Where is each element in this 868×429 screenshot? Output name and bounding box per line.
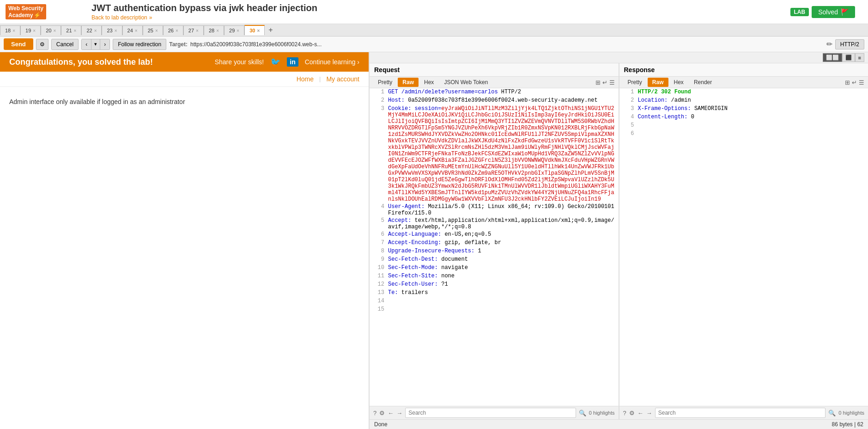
tab-add-button[interactable]: + — [265, 24, 276, 36]
cancel-button[interactable]: Cancel — [51, 39, 79, 50]
tab-28[interactable]: 28× — [204, 25, 224, 35]
table-row: 11Sec-Fetch-Site: none — [370, 272, 619, 281]
request-search-input[interactable] — [405, 408, 576, 418]
table-row: 5Accept: text/html,application/xhtml+xml… — [370, 217, 619, 231]
req-menu-icon[interactable]: ☰ — [609, 79, 615, 86]
tab-26[interactable]: 26× — [163, 25, 183, 35]
continue-link[interactable]: Continue learning › — [305, 58, 359, 66]
table-row: 4Content-Length: 0 — [619, 113, 868, 122]
res-tab-hex[interactable]: Hex — [669, 78, 688, 87]
congrats-banner: Congratulations, you solved the lab! Sha… — [0, 52, 369, 72]
req-grid-icon[interactable]: ⊞ — [595, 79, 601, 86]
status-right: 86 bytes | 62 — [832, 421, 864, 428]
lab-nav: Home | My account — [0, 72, 369, 87]
res-wrap-icon[interactable]: ↵ — [852, 79, 857, 86]
share-text: Share your skills! — [215, 58, 264, 66]
twitter-icon[interactable]: 🐦 — [270, 57, 280, 67]
top-header: Web Security Academy ⚡ JWT authenticatio… — [0, 0, 868, 24]
linkedin-icon[interactable]: in — [287, 57, 298, 67]
follow-redirect-button[interactable]: Follow redirection — [113, 39, 166, 50]
table-row: 6 — [619, 130, 868, 138]
table-row: 14 — [370, 297, 619, 306]
edit-target-button[interactable]: ✏ — [826, 40, 832, 49]
res-arrow-right-icon[interactable]: → — [646, 410, 652, 417]
req-search-icon[interactable]: 🔍 — [579, 410, 586, 417]
logo-icon: Web Security Academy ⚡ — [6, 4, 46, 19]
tab-19[interactable]: 19× — [20, 25, 41, 35]
res-settings-icon[interactable]: ⚙ — [629, 410, 635, 417]
table-row: 15 — [370, 306, 619, 314]
view-combined[interactable]: ≡ — [855, 53, 864, 62]
request-panel-tabs: Pretty Raw Hex JSON Web Token ⊞ ↵ ☰ — [370, 77, 619, 88]
lab-instruction: Admin interface only available if logged… — [9, 98, 359, 105]
status-left: Done — [374, 421, 388, 428]
tab-21[interactable]: 21× — [61, 25, 81, 35]
res-help-icon[interactable]: ? — [623, 410, 626, 417]
nav-separator: | — [319, 75, 321, 83]
request-panel-content[interactable]: 1GET /admin/delete?username=carlos HTTP/… — [370, 88, 619, 406]
table-row: 3Cookie: session=eyJraWQiOiJiNTllMzM3Zil… — [370, 105, 619, 203]
tab-30[interactable]: 30× — [244, 25, 265, 35]
req-tab-hex[interactable]: Hex — [419, 78, 438, 87]
my-account-link[interactable]: My account — [326, 75, 359, 83]
status-bar: Done 86 bytes | 62 — [370, 419, 868, 429]
req-tab-jwt[interactable]: JSON Web Token — [439, 78, 492, 87]
nav-buttons: ‹ ▾ › — [81, 39, 110, 50]
view-split-v[interactable]: ⬜⬜ — [823, 53, 842, 62]
res-arrow-left-icon[interactable]: ← — [637, 410, 643, 417]
response-search-input[interactable] — [655, 408, 826, 418]
view-toggle: ⬜⬜ ⬛ ≡ — [370, 52, 868, 63]
req-tab-raw[interactable]: Raw — [398, 78, 419, 87]
request-footer: ? ⚙ ← → 🔍 0 highlights — [370, 406, 619, 419]
request-panel-title: Request — [370, 63, 619, 77]
req-help-icon[interactable]: ? — [373, 410, 376, 417]
table-row: 7Accept-Encoding: gzip, deflate, br — [370, 239, 619, 247]
response-panel: Response Pretty Raw Hex Render ⊞ ↵ ☰ 1HT… — [619, 63, 868, 419]
solved-badge: Solved 🚩 — [812, 6, 855, 18]
home-link[interactable]: Home — [297, 75, 314, 83]
req-wrap-icon[interactable]: ↵ — [602, 79, 607, 86]
tab-27[interactable]: 27× — [183, 25, 204, 35]
nav-back-button[interactable]: ‹ — [82, 39, 91, 49]
table-row: 8Upgrade-Insecure-Requests: 1 — [370, 247, 619, 256]
res-panel-icons: ⊞ ↵ ☰ — [845, 79, 864, 86]
res-tab-render[interactable]: Render — [689, 78, 716, 87]
tab-24[interactable]: 24× — [122, 25, 143, 35]
send-toolbar: Send ⚙ Cancel ‹ ▾ › Follow redirection T… — [0, 37, 868, 52]
tab-23[interactable]: 23× — [102, 25, 122, 35]
request-panel: Request Pretty Raw Hex JSON Web Token ⊞ … — [370, 63, 619, 419]
table-row: 13Te: trailers — [370, 289, 619, 297]
tab-18[interactable]: 18× — [0, 25, 20, 35]
table-row: 1HTTP/2 302 Found — [619, 88, 868, 97]
response-panel-title: Response — [619, 63, 868, 77]
lab-body: Admin interface only available if logged… — [0, 87, 369, 116]
view-split-h[interactable]: ⬛ — [842, 53, 855, 62]
nav-fwd-button[interactable]: › — [100, 39, 109, 49]
lab-tag: LAB — [790, 8, 809, 16]
table-row: 4User-Agent: Mozilla/5.0 (X11; Linux x86… — [370, 203, 619, 217]
res-tab-pretty[interactable]: Pretty — [623, 78, 647, 87]
nav-down-button[interactable]: ▾ — [91, 39, 100, 49]
req-tab-pretty[interactable]: Pretty — [373, 78, 397, 87]
lab-title-area: JWT authentication bypass via jwk header… — [84, 3, 790, 21]
back-link[interactable]: Back to lab description » — [91, 14, 790, 21]
gear-button[interactable]: ⚙ — [36, 39, 49, 50]
req-settings-icon[interactable]: ⚙ — [379, 410, 385, 417]
logo-academy: Academy — [8, 12, 33, 18]
res-grid-icon[interactable]: ⊞ — [845, 79, 850, 86]
table-row: 12Sec-Fetch-User: ?1 — [370, 281, 619, 289]
tab-20[interactable]: 20× — [41, 25, 61, 35]
tab-29[interactable]: 29× — [224, 25, 244, 35]
res-menu-icon[interactable]: ☰ — [859, 79, 864, 86]
logo-web: Web Security — [8, 5, 43, 12]
send-button[interactable]: Send — [4, 38, 33, 50]
req-arrow-left-icon[interactable]: ← — [388, 410, 394, 417]
response-footer: ? ⚙ ← → 🔍 0 highlights — [619, 406, 868, 419]
res-tab-raw[interactable]: Raw — [648, 78, 668, 87]
target-url: https://0a52009f038c703f81e399e6006f0024… — [190, 41, 824, 48]
response-panel-content: 1HTTP/2 302 Found2Location: /admin3X-Fra… — [619, 88, 868, 406]
tab-22[interactable]: 22× — [81, 25, 102, 35]
res-search-icon[interactable]: 🔍 — [828, 410, 836, 417]
tab-25[interactable]: 25× — [143, 25, 163, 35]
req-arrow-right-icon[interactable]: → — [396, 410, 402, 417]
